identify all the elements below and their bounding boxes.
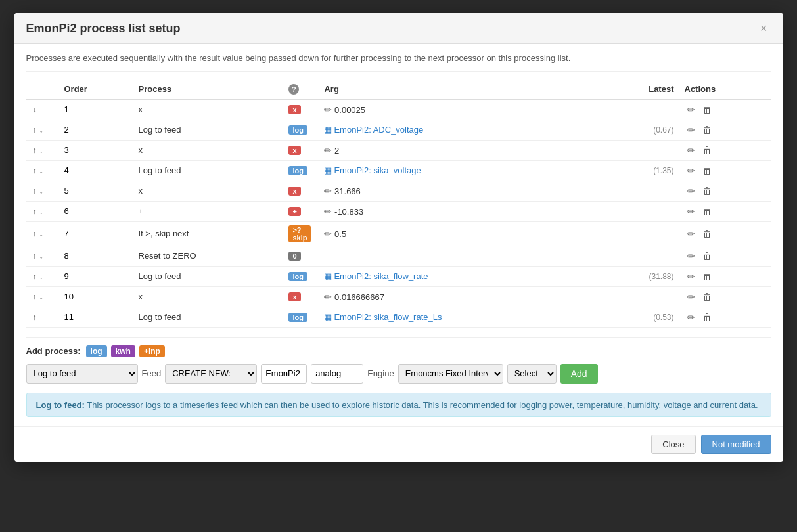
badge-cell: log: [283, 160, 319, 181]
arrow-cell: ↑↓: [26, 201, 59, 221]
engine-select[interactable]: Emoncms Fixed Interval Emoncms Variable …: [398, 364, 503, 384]
move-down-btn[interactable]: ↓: [32, 104, 38, 115]
order-cell: 7: [59, 221, 133, 246]
feed-link[interactable]: EmonPi2: ADC_voltage: [334, 125, 423, 135]
move-down-btn[interactable]: ↓: [38, 206, 45, 217]
order-cell: 3: [59, 140, 133, 160]
delete-button[interactable]: 🗑: [700, 103, 714, 116]
move-up-btn[interactable]: ↑: [32, 312, 38, 322]
add-process-label: Add process:: [26, 346, 81, 356]
delete-button[interactable]: 🗑: [700, 290, 714, 303]
delete-button[interactable]: 🗑: [700, 123, 714, 137]
actions-cell: ✏ 🗑: [679, 221, 771, 246]
info-box-text: This processor logs to a timeseries feed…: [87, 400, 758, 410]
edit-button[interactable]: ✏: [685, 205, 698, 218]
arrow-cell: ↑↓: [26, 266, 59, 286]
move-up-btn[interactable]: ↑: [32, 251, 38, 261]
process-select[interactable]: Log to feed x + If >, skip next Reset to…: [26, 364, 138, 384]
actions-cell: ✏ 🗑: [679, 266, 771, 286]
move-down-btn[interactable]: ↓: [38, 271, 45, 282]
arg-value: 0.016666667: [334, 292, 384, 302]
feed-name-input[interactable]: [311, 364, 363, 384]
arg-help-icon[interactable]: ?: [288, 84, 299, 95]
add-button[interactable]: Add: [560, 364, 598, 384]
feed-link[interactable]: EmonPi2: sika_flow_rate: [334, 271, 428, 281]
edit-button[interactable]: ✏: [685, 123, 698, 137]
badge-cell: 0: [283, 246, 319, 266]
feed-create-select[interactable]: CREATE NEW: SELECT EXISTING: [165, 364, 257, 384]
footer-close-button[interactable]: Close: [651, 435, 695, 454]
move-down-btn[interactable]: ↓: [38, 186, 45, 196]
close-button[interactable]: ×: [756, 21, 771, 35]
badge-cell: x: [283, 286, 319, 307]
footer-status-button[interactable]: Not modified: [701, 435, 771, 454]
delete-button[interactable]: 🗑: [700, 205, 714, 218]
type-badge-kwh[interactable]: kwh: [111, 345, 135, 357]
select-dropdown[interactable]: Select: [507, 364, 557, 384]
feed-link[interactable]: EmonPi2: sika_voltage: [334, 166, 421, 175]
move-up-btn[interactable]: ↑: [32, 145, 38, 156]
type-badge-inp[interactable]: +inp: [139, 345, 165, 357]
delete-button[interactable]: 🗑: [700, 227, 714, 240]
move-down-btn[interactable]: ↓: [38, 166, 45, 176]
move-down-btn[interactable]: ↓: [38, 292, 45, 302]
edit-button[interactable]: ✏: [685, 250, 698, 263]
move-up-btn[interactable]: ↑: [32, 229, 38, 239]
delete-button[interactable]: 🗑: [700, 311, 714, 324]
badge-cell: +: [283, 201, 319, 221]
edit-button[interactable]: ✏: [685, 103, 698, 116]
process-badge: log: [288, 166, 307, 175]
delete-button[interactable]: 🗑: [700, 185, 714, 198]
move-down-btn[interactable]: ↓: [38, 251, 45, 261]
move-up-btn[interactable]: ↑: [32, 206, 38, 217]
delete-button[interactable]: 🗑: [700, 164, 714, 177]
description-text: Processes are executed sequentially with…: [26, 53, 771, 72]
move-up-btn[interactable]: ↑: [32, 292, 38, 302]
arrow-cell: ↑↓: [26, 160, 59, 181]
delete-button[interactable]: 🗑: [700, 270, 714, 283]
badge-cell: >? skip: [283, 221, 319, 246]
type-badge-log[interactable]: log: [86, 345, 107, 357]
feed-link[interactable]: EmonPi2: sika_flow_rate_Ls: [334, 312, 442, 322]
feed-prefix-input[interactable]: [261, 364, 307, 384]
move-down-btn[interactable]: ↓: [38, 145, 45, 156]
move-down-btn[interactable]: ↓: [38, 229, 45, 239]
arg-cell: ✏ 2: [319, 140, 601, 160]
arrow-cell: ↑↓: [26, 140, 59, 160]
edit-button[interactable]: ✏: [685, 185, 698, 198]
arg-cell: ✏ 0.016666667: [319, 286, 601, 307]
order-cell: 2: [59, 120, 133, 140]
actions-cell: ✏ 🗑: [679, 286, 771, 307]
badge-cell: log: [283, 307, 319, 327]
info-box-label: Log to feed:: [36, 400, 85, 410]
edit-button[interactable]: ✏: [685, 144, 698, 157]
move-up-btn[interactable]: ↑: [32, 166, 38, 176]
badge-cell: x: [283, 140, 319, 160]
actions-cell: ✏ 🗑: [679, 307, 771, 327]
delete-button[interactable]: 🗑: [700, 144, 714, 157]
edit-button[interactable]: ✏: [685, 311, 698, 324]
table-row: ↑↓ 2 Log to feed log ▦EmonPi2: ADC_volta…: [26, 120, 771, 140]
arrow-cell: ↑↓: [26, 221, 59, 246]
move-up-btn[interactable]: ↑: [32, 186, 38, 196]
move-down-btn[interactable]: ↓: [38, 125, 45, 135]
delete-button[interactable]: 🗑: [700, 250, 714, 263]
edit-button[interactable]: ✏: [685, 290, 698, 303]
edit-button[interactable]: ✏: [685, 227, 698, 240]
edit-button[interactable]: ✏: [685, 164, 698, 177]
engine-label: Engine: [367, 368, 394, 378]
order-cell: 1: [59, 99, 133, 120]
arg-cell: ▦EmonPi2: sika_flow_rate: [319, 266, 601, 286]
process-badge: x: [288, 105, 300, 114]
modal-header: EmonPi2 process list setup ×: [14, 13, 783, 44]
process-name-cell: Log to feed: [133, 266, 284, 286]
edit-button[interactable]: ✏: [685, 270, 698, 283]
latest-cell: [601, 140, 679, 160]
move-up-btn[interactable]: ↑: [32, 125, 38, 135]
arg-cell: [319, 246, 601, 266]
move-up-btn[interactable]: ↑: [32, 271, 38, 282]
process-name-cell: Reset to ZERO: [133, 246, 284, 266]
edit-icon: ✏: [324, 229, 332, 239]
actions-cell: ✏ 🗑: [679, 181, 771, 201]
arg-cell: ▦EmonPi2: sika_flow_rate_Ls: [319, 307, 601, 327]
